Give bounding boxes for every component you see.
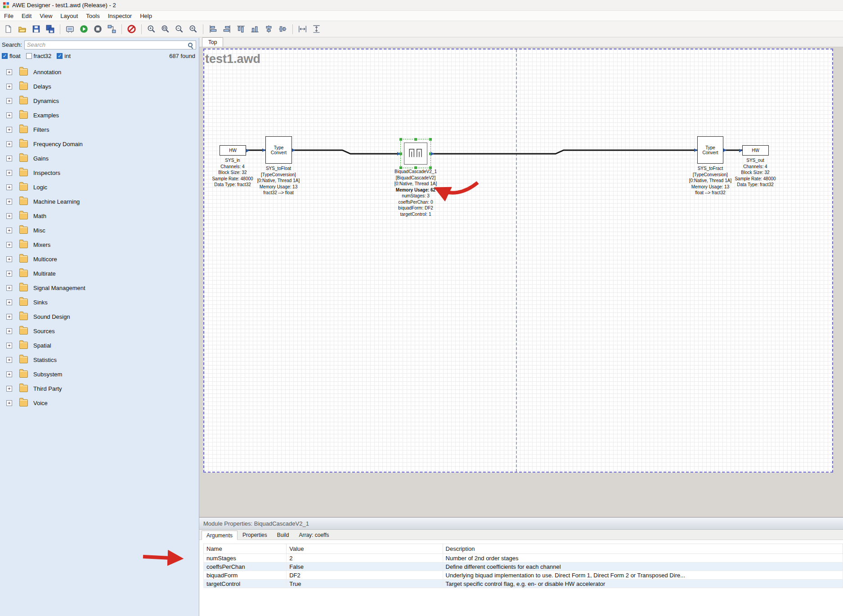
block-sys-tofloat[interactable]: Type Convert (265, 136, 292, 164)
tree-item-gains[interactable]: +Gains (0, 151, 199, 165)
connect-target-button[interactable] (63, 22, 76, 36)
expand-icon[interactable]: + (6, 184, 12, 190)
filter-int[interactable]: int (57, 53, 71, 59)
align-left-button[interactable] (206, 22, 220, 36)
tree-item-inspectors[interactable]: +Inspectors (0, 165, 199, 180)
tree-item-delays[interactable]: +Delays (0, 79, 199, 94)
expand-icon[interactable]: + (6, 299, 12, 305)
block-biquadcascadev2[interactable] (400, 139, 431, 168)
expand-icon[interactable]: + (6, 285, 12, 291)
block-sys-tofract[interactable]: Type Convert (697, 136, 723, 164)
tree-item-logic[interactable]: +Logic (0, 180, 199, 194)
tree-item-sound-design[interactable]: +Sound Design (0, 309, 199, 324)
expand-icon[interactable]: + (6, 127, 12, 133)
tree-item-frequency-domain[interactable]: +Frequency Domain (0, 137, 199, 151)
stop-button[interactable] (91, 22, 104, 36)
checkbox-fract32[interactable] (26, 53, 32, 59)
properties-tab-arguments[interactable]: Arguments (202, 531, 238, 540)
tree-item-multirate[interactable]: +Multirate (0, 266, 199, 281)
save-all-button[interactable] (44, 22, 57, 36)
new-file-button[interactable] (2, 22, 15, 36)
space-horizontal-button[interactable] (296, 22, 309, 36)
expand-icon[interactable]: + (6, 271, 12, 277)
menu-layout[interactable]: Layout (56, 12, 82, 20)
zoom-fit-button[interactable] (187, 22, 200, 36)
tree-item-subsystem[interactable]: +Subsystem (0, 367, 199, 381)
checkbox-float[interactable] (2, 53, 8, 59)
tree-item-multicore[interactable]: +Multicore (0, 252, 199, 266)
align-right-button[interactable] (220, 22, 233, 36)
expand-icon[interactable]: + (6, 112, 12, 118)
tab-top[interactable]: Top (202, 37, 223, 47)
propagate-button[interactable] (105, 22, 118, 36)
align-center-horizontal-button[interactable] (262, 22, 275, 36)
filter-float[interactable]: float (2, 53, 21, 59)
menu-file[interactable]: File (0, 12, 18, 20)
biquad-input-pin[interactable] (397, 152, 400, 156)
property-value[interactable]: DF2 (287, 571, 443, 580)
biquad-output-pin[interactable] (431, 152, 434, 156)
expand-icon[interactable]: + (6, 141, 12, 147)
space-vertical-button[interactable] (310, 22, 323, 36)
halt-button[interactable] (125, 22, 138, 36)
tree-item-signal-management[interactable]: +Signal Management (0, 281, 199, 295)
expand-icon[interactable]: + (6, 199, 12, 205)
tree-item-voice[interactable]: +Voice (0, 396, 199, 410)
block-sys-out[interactable]: HW (742, 145, 769, 156)
search-input[interactable] (24, 40, 196, 49)
expand-icon[interactable]: + (6, 98, 12, 104)
property-row-coeffsPerChan[interactable]: coeffsPerChanFalseDefine different coeff… (204, 562, 843, 571)
tree-item-annotation[interactable]: +Annotation (0, 65, 199, 79)
sys-tofloat-output-pin[interactable] (292, 148, 295, 152)
properties-tab-properties[interactable]: Properties (238, 530, 272, 540)
sys-tofract-input-pin[interactable] (694, 148, 697, 152)
checkbox-int[interactable] (57, 53, 63, 59)
align-bottom-button[interactable] (248, 22, 261, 36)
zoom-in-button[interactable] (145, 22, 158, 36)
tree-item-third-party[interactable]: +Third Party (0, 381, 199, 396)
tree-item-dynamics[interactable]: +Dynamics (0, 94, 199, 108)
zoom-selection-button[interactable] (159, 22, 172, 36)
property-row-biquadForm[interactable]: biquadFormDF2Underlying biquad implement… (204, 571, 843, 580)
property-row-targetControl[interactable]: targetControlTrueTarget specific control… (204, 580, 843, 588)
tree-item-sources[interactable]: +Sources (0, 324, 199, 338)
property-value[interactable]: False (287, 562, 443, 571)
tree-item-misc[interactable]: +Misc (0, 223, 199, 237)
selection-handle[interactable] (429, 138, 432, 141)
menu-edit[interactable]: Edit (18, 12, 36, 20)
expand-icon[interactable]: + (6, 242, 12, 248)
selection-handle[interactable] (414, 138, 417, 141)
design-surface[interactable]: test1.awd HW (203, 49, 833, 473)
filter-fract32[interactable]: fract32 (26, 53, 52, 59)
expand-icon[interactable]: + (6, 357, 12, 363)
expand-icon[interactable]: + (6, 314, 12, 320)
property-value[interactable]: True (287, 580, 443, 588)
block-sys-in[interactable]: HW (220, 145, 246, 156)
tree-item-machine-learning[interactable]: +Machine Learning (0, 194, 199, 209)
tree-item-spatial[interactable]: +Spatial (0, 338, 199, 353)
sys-out-input-pin[interactable] (739, 149, 742, 152)
search-icon[interactable] (188, 43, 193, 48)
expand-icon[interactable]: + (6, 170, 12, 176)
expand-icon[interactable]: + (6, 228, 12, 233)
tree-item-sinks[interactable]: +Sinks (0, 295, 199, 309)
align-top-button[interactable] (234, 22, 247, 36)
sys-in-output-pin[interactable] (246, 149, 249, 152)
sys-tofloat-input-pin[interactable] (262, 148, 265, 152)
expand-icon[interactable]: + (6, 400, 12, 406)
menu-help[interactable]: Help (136, 12, 156, 20)
zoom-out-button[interactable] (173, 22, 186, 36)
tree-item-math[interactable]: +Math (0, 209, 199, 223)
expand-icon[interactable]: + (6, 69, 12, 75)
menu-tools[interactable]: Tools (82, 12, 103, 20)
selection-handle[interactable] (399, 138, 402, 141)
align-center-vertical-button[interactable] (276, 22, 289, 36)
expand-icon[interactable]: + (6, 386, 12, 392)
expand-icon[interactable]: + (6, 328, 12, 334)
sys-tofract-output-pin[interactable] (723, 148, 726, 152)
tree-item-filters[interactable]: +Filters (0, 122, 199, 137)
property-row-numStages[interactable]: numStages2Number of 2nd order stages (204, 554, 843, 562)
biquad-module-box[interactable] (404, 143, 427, 165)
expand-icon[interactable]: + (6, 156, 12, 161)
save-file-button[interactable] (30, 22, 43, 36)
